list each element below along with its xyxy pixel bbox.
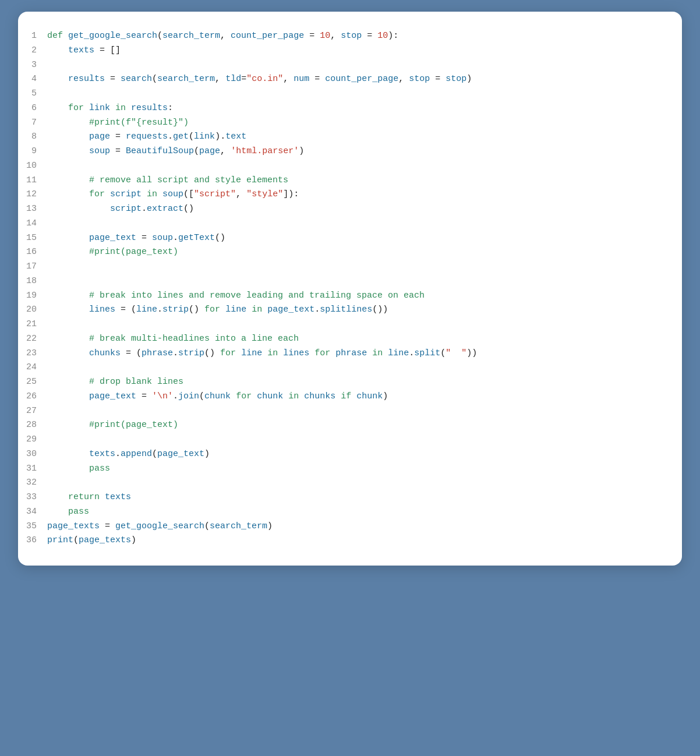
line-number: 15 [24, 231, 47, 246]
table-row: 32 [24, 476, 670, 490]
code-content: print(page_texts) [47, 534, 670, 548]
line-number: 7 [24, 116, 47, 130]
code-content [47, 404, 670, 419]
table-row: 30 texts.append(page_text) [24, 447, 670, 462]
table-row: 21 [24, 317, 670, 332]
table-row: 15 page_text = soup.getText() [24, 231, 670, 246]
code-content [47, 476, 670, 490]
line-number: 29 [24, 433, 47, 447]
line-number: 16 [24, 245, 47, 260]
table-row: 13 script.extract() [24, 202, 670, 217]
line-number: 33 [24, 490, 47, 505]
table-row: 4 results = search(search_term, tld="co.… [24, 72, 670, 87]
table-row: 10 [24, 159, 670, 174]
line-number: 26 [24, 390, 47, 404]
table-row: 7 #print(f"{result}") [24, 116, 670, 130]
code-content: return texts [47, 490, 670, 505]
line-number: 17 [24, 260, 47, 274]
code-content [47, 260, 670, 274]
table-row: 8 page = requests.get(link).text [24, 130, 670, 144]
table-row: 29 [24, 433, 670, 447]
table-row: 25 # drop blank lines [24, 375, 670, 390]
table-row: 12 for script in soup(["script", "style"… [24, 188, 670, 202]
line-number: 11 [24, 174, 47, 188]
table-row: 1 def get_google_search(search_term, cou… [24, 29, 670, 44]
code-content [47, 58, 670, 73]
code-content: #print(page_text) [47, 245, 670, 260]
code-content: lines = (line.strip() for line in page_t… [47, 303, 670, 317]
line-number: 6 [24, 101, 47, 116]
table-row: 2 texts = [] [24, 44, 670, 58]
line-number: 9 [24, 144, 47, 159]
table-row: 36 print(page_texts) [24, 534, 670, 548]
line-number: 14 [24, 217, 47, 231]
line-number: 2 [24, 44, 47, 58]
line-number: 1 [24, 29, 47, 44]
code-content: # break into lines and remove leading an… [47, 289, 670, 303]
code-content: soup = BeautifulSoup(page, 'html.parser'… [47, 144, 670, 159]
line-number: 36 [24, 534, 47, 548]
table-row: 27 [24, 404, 670, 419]
table-row: 20 lines = (line.strip() for line in pag… [24, 303, 670, 317]
line-number: 4 [24, 72, 47, 87]
table-row: 3 [24, 58, 670, 73]
table-row: 17 [24, 260, 670, 274]
line-number: 34 [24, 505, 47, 520]
code-content [47, 361, 670, 375]
table-row: 33 return texts [24, 490, 670, 505]
line-number: 8 [24, 130, 47, 144]
code-content: results = search(search_term, tld="co.in… [47, 72, 670, 87]
table-row: 18 [24, 274, 670, 289]
code-content [47, 87, 670, 101]
code-content: pass [47, 462, 670, 476]
line-number: 5 [24, 87, 47, 101]
code-content: #print(f"{result}") [47, 116, 670, 130]
table-row: 5 [24, 87, 670, 101]
code-content [47, 317, 670, 332]
table-row: 28 #print(page_text) [24, 418, 670, 433]
code-content: chunks = (phrase.strip() for line in lin… [47, 347, 670, 361]
code-content: def get_google_search(search_term, count… [47, 29, 670, 44]
table-row: 6 for link in results: [24, 101, 670, 116]
code-content [47, 274, 670, 289]
line-number: 22 [24, 332, 47, 347]
line-number: 28 [24, 418, 47, 433]
table-row: 19 # break into lines and remove leading… [24, 289, 670, 303]
line-number: 24 [24, 361, 47, 375]
table-row: 16 #print(page_text) [24, 245, 670, 260]
code-content: for script in soup(["script", "style"]): [47, 188, 670, 202]
code-container: 1 def get_google_search(search_term, cou… [18, 12, 682, 566]
line-number: 19 [24, 289, 47, 303]
code-content [47, 159, 670, 174]
line-number: 31 [24, 462, 47, 476]
line-number: 10 [24, 159, 47, 174]
table-row: 9 soup = BeautifulSoup(page, 'html.parse… [24, 144, 670, 159]
table-row: 24 [24, 361, 670, 375]
line-number: 21 [24, 317, 47, 332]
code-content: page = requests.get(link).text [47, 130, 670, 144]
table-row: 11 # remove all script and style element… [24, 174, 670, 188]
code-content: # drop blank lines [47, 375, 670, 390]
table-row: 34 pass [24, 505, 670, 520]
table-row: 35 page_texts = get_google_search(search… [24, 520, 670, 534]
table-row: 22 # break multi-headlines into a line e… [24, 332, 670, 347]
table-row: 23 chunks = (phrase.strip() for line in … [24, 347, 670, 361]
table-row: 26 page_text = '\n'.join(chunk for chunk… [24, 390, 670, 404]
line-number: 18 [24, 274, 47, 289]
line-number: 13 [24, 202, 47, 217]
code-content: page_texts = get_google_search(search_te… [47, 520, 670, 534]
code-content: script.extract() [47, 202, 670, 217]
code-content: texts = [] [47, 44, 670, 58]
line-number: 3 [24, 58, 47, 73]
line-number: 35 [24, 520, 47, 534]
code-table: 1 def get_google_search(search_term, cou… [24, 29, 670, 548]
code-content [47, 217, 670, 231]
code-content: texts.append(page_text) [47, 447, 670, 462]
line-number: 32 [24, 476, 47, 490]
code-content: # break multi-headlines into a line each [47, 332, 670, 347]
table-row: 31 pass [24, 462, 670, 476]
code-content: # remove all script and style elements [47, 174, 670, 188]
line-number: 23 [24, 347, 47, 361]
line-number: 30 [24, 447, 47, 462]
line-number: 12 [24, 188, 47, 202]
